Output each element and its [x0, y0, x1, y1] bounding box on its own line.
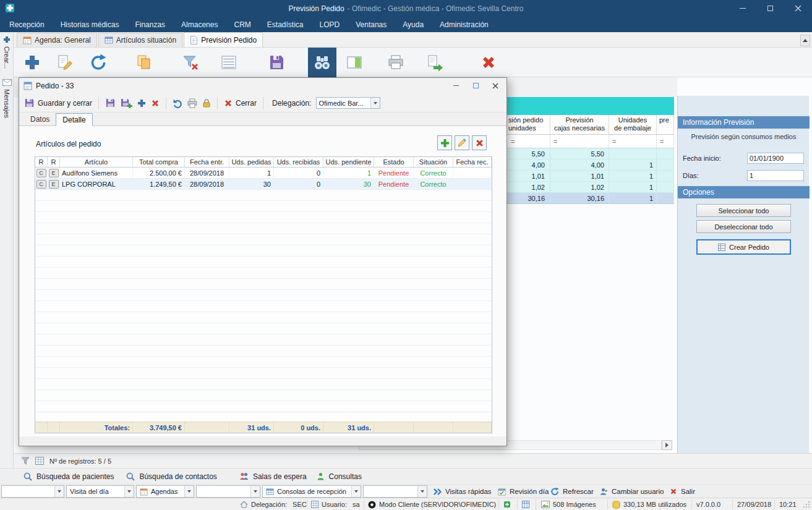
sidebar-tab-mensajes[interactable]: Mensajes — [0, 79, 14, 118]
menu-item-almacenes[interactable]: Almacenes — [173, 17, 226, 32]
column-header-clipped[interactable]: pre — [657, 115, 674, 134]
menu-item-finanzas[interactable]: Finanzas — [127, 17, 173, 32]
footer-combo-3[interactable] — [363, 485, 427, 498]
col-situacion[interactable]: Situación — [414, 157, 453, 167]
dialog-titlebar[interactable]: Pedido - 33 — [19, 78, 506, 94]
print-button[interactable] — [187, 98, 197, 108]
fecha-inicio-input[interactable]: 01/01/1900 — [747, 153, 804, 164]
col-uds-pedidas[interactable]: Uds. pedidas — [229, 157, 274, 167]
print-button[interactable] — [382, 49, 409, 76]
save-and-new-button[interactable] — [121, 98, 132, 108]
busqueda-contactos-button[interactable]: Búsqueda de contactos — [126, 472, 216, 481]
col-r1[interactable]: R — [35, 157, 48, 167]
close-button[interactable] — [784, 0, 812, 17]
save-icon — [105, 98, 116, 108]
consultas-button[interactable]: Consultas — [317, 472, 362, 481]
search-button[interactable] — [308, 48, 336, 77]
cerrar-button[interactable]: Cerrar — [224, 99, 257, 108]
grid-icon[interactable] — [35, 457, 44, 465]
scroll-right-button[interactable] — [662, 440, 672, 450]
c-button[interactable]: C — [36, 180, 46, 189]
edit-button[interactable] — [51, 49, 79, 76]
add-articulo-button[interactable] — [437, 135, 452, 150]
maximize-button[interactable] — [756, 0, 784, 17]
filter-clear-button[interactable] — [177, 49, 204, 76]
visitas-rapidas-button[interactable]: Visitas rápidas — [433, 485, 492, 498]
copy-button[interactable] — [130, 49, 158, 76]
list-view-button[interactable] — [215, 49, 242, 76]
col-fecha-rec[interactable]: Fecha rec. — [453, 157, 492, 167]
section-title: Artículos del pedido — [36, 140, 101, 148]
delegacion-select[interactable]: Ofimedic Bar... — [316, 97, 380, 109]
deseleccionar-todo-button[interactable]: Deseleccionar todo — [696, 220, 791, 233]
undo-button[interactable] — [173, 98, 182, 108]
dialog-maximize-button[interactable] — [466, 80, 485, 91]
filter-cell[interactable]: = — [609, 135, 657, 148]
menu-item-crm[interactable]: CRM — [226, 17, 259, 32]
menu-item-estadistica[interactable]: Estadística — [259, 17, 312, 32]
dias-input[interactable]: 1 — [747, 170, 804, 181]
col-articulo[interactable]: Artículo — [60, 157, 133, 167]
menu-item-lopd[interactable]: LOPD — [312, 17, 348, 32]
delete-row-button[interactable] — [151, 99, 160, 108]
visita-del-dia-select[interactable]: Visita del día — [66, 485, 134, 498]
close-view-button[interactable] — [475, 49, 502, 76]
delete-articulo-button[interactable] — [472, 135, 487, 150]
sidebar-tab-crear[interactable]: Crear... — [0, 36, 14, 69]
footer-combo-2[interactable] — [196, 485, 260, 498]
add-row-button[interactable] — [137, 99, 146, 108]
panels-button[interactable] — [341, 49, 368, 76]
busqueda-pacientes-button[interactable]: Búsqueda de pacientes — [24, 472, 114, 481]
menu-item-ayuda[interactable]: Ayuda — [395, 17, 432, 32]
footer-combo-1[interactable] — [1, 485, 64, 498]
resize-grip[interactable] — [803, 498, 810, 510]
col-fecha-entr[interactable]: Fecha entr. — [185, 157, 229, 167]
tab-scroll-button[interactable] — [800, 35, 810, 46]
c-button[interactable]: C — [36, 169, 46, 177]
filter-cell[interactable]: = — [657, 135, 674, 148]
revision-dia-button[interactable]: Revisión día — [498, 485, 549, 498]
e-button[interactable]: E — [49, 180, 59, 189]
seleccionar-todo-button[interactable]: Seleccionar todo — [696, 204, 791, 217]
col-uds-recibidas[interactable]: Uds. recibidas — [274, 157, 323, 167]
crear-pedido-button[interactable]: Crear Pedido — [696, 239, 791, 255]
add-button[interactable] — [19, 49, 46, 76]
column-header-prevision-cajas[interactable]: Previsióncajas necesarias — [550, 115, 609, 134]
table-row[interactable]: C E Audífono Siemens 2.500,00 € 28/09/20… — [35, 168, 492, 179]
tab-detalle[interactable]: Detalle — [56, 113, 92, 126]
salas-espera-button[interactable]: Salas de espera — [239, 472, 307, 481]
tab-datos[interactable]: Datos — [24, 113, 56, 125]
lock-button[interactable] — [202, 98, 211, 108]
agendas-select[interactable]: Agendas — [136, 485, 194, 498]
column-header-unidades-embalaje[interactable]: Unidadesde embalaje — [609, 115, 657, 134]
save-button[interactable] — [263, 49, 290, 76]
dialog-minimize-button[interactable] — [447, 80, 465, 91]
e-button[interactable]: E — [49, 169, 59, 177]
tab-agenda-general[interactable]: Agenda: General — [17, 33, 97, 47]
menu-item-historias-medicas[interactable]: Historias médicas — [53, 17, 127, 32]
export-button[interactable] — [421, 49, 448, 76]
menu-item-administracion[interactable]: Administración — [432, 17, 497, 32]
col-uds-pendiente[interactable]: Uds. pendiente — [323, 157, 374, 167]
menu-item-ventanas[interactable]: Ventanas — [348, 17, 395, 32]
dropdown-button[interactable] — [370, 98, 380, 108]
dialog-close-button[interactable] — [486, 80, 505, 91]
cambiar-usuario-button[interactable]: Cambiar usuario — [600, 485, 664, 498]
col-total-compra[interactable]: Total compra — [133, 157, 185, 167]
save-button[interactable] — [105, 98, 116, 108]
filter-cell[interactable]: = — [550, 135, 609, 148]
tab-articulos-situacion[interactable]: Artículos situación — [98, 33, 182, 47]
col-r2[interactable]: R — [48, 157, 60, 167]
tab-prevision-pedido[interactable]: Previsión Pedido — [184, 32, 263, 47]
table-row[interactable]: C E LPG CORPORAL 1.249,50 € 28/09/2018 3… — [35, 179, 492, 190]
refresh-button[interactable] — [84, 49, 111, 76]
guardar-y-cerrar-button[interactable]: Guardar y cerrar — [24, 98, 92, 108]
menu-item-recepcion[interactable]: Recepción — [1, 17, 53, 32]
minimize-button[interactable] — [729, 0, 756, 17]
col-estado[interactable]: Estado — [374, 157, 414, 167]
edit-articulo-button[interactable] — [455, 135, 469, 150]
salir-button[interactable]: Salir — [670, 485, 695, 498]
consolas-recepcion-select[interactable]: Consolas de recepción — [262, 485, 361, 498]
funnel-icon[interactable] — [21, 457, 30, 465]
refrescar-button[interactable]: Refrescar — [550, 485, 594, 498]
